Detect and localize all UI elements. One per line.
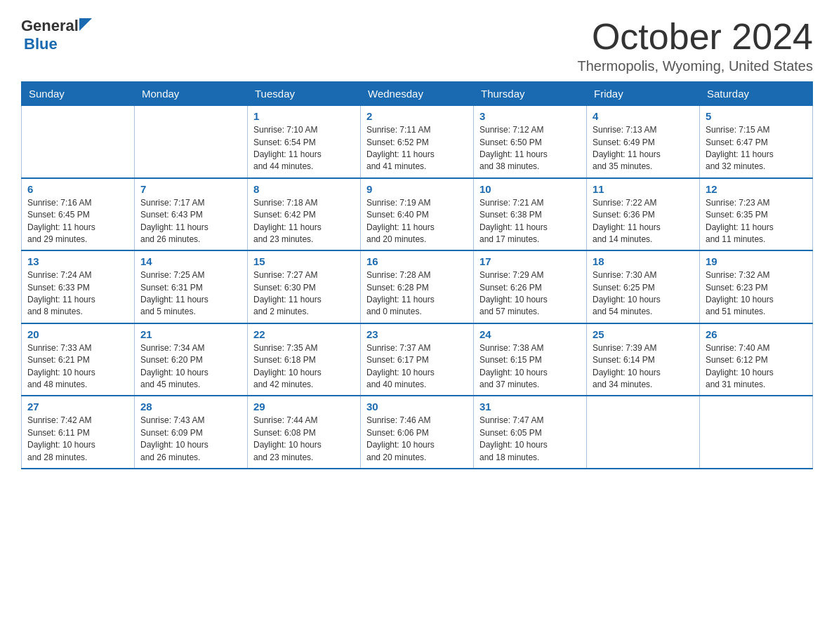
day-info-text: Sunrise: 7:39 AM Sunset: 6:14 PM Dayligh…: [593, 342, 694, 391]
day-info-text: Sunrise: 7:35 AM Sunset: 6:18 PM Dayligh…: [253, 342, 355, 391]
calendar-cell: 31Sunrise: 7:47 AM Sunset: 6:05 PM Dayli…: [474, 396, 587, 469]
calendar-table: SundayMondayTuesdayWednesdayThursdayFrid…: [21, 81, 813, 469]
day-info-text: Sunrise: 7:30 AM Sunset: 6:25 PM Dayligh…: [593, 269, 694, 318]
day-number: 23: [366, 328, 468, 340]
calendar-cell: 13Sunrise: 7:24 AM Sunset: 6:33 PM Dayli…: [22, 250, 135, 323]
day-info-text: Sunrise: 7:27 AM Sunset: 6:30 PM Dayligh…: [253, 269, 355, 318]
day-number: 15: [253, 255, 355, 267]
day-number: 9: [366, 183, 468, 195]
svg-marker-0: [79, 18, 92, 31]
calendar-cell: 26Sunrise: 7:40 AM Sunset: 6:12 PM Dayli…: [700, 323, 813, 396]
calendar-cell: 24Sunrise: 7:38 AM Sunset: 6:15 PM Dayli…: [474, 323, 587, 396]
day-number: 4: [593, 110, 694, 122]
day-header-sunday: Sunday: [22, 82, 135, 106]
day-number: 26: [706, 328, 807, 340]
calendar-cell: 29Sunrise: 7:44 AM Sunset: 6:08 PM Dayli…: [248, 396, 361, 469]
day-number: 14: [140, 255, 241, 267]
day-header-tuesday: Tuesday: [248, 82, 361, 106]
calendar-cell: 6Sunrise: 7:16 AM Sunset: 6:45 PM Daylig…: [22, 178, 135, 251]
day-info-text: Sunrise: 7:11 AM Sunset: 6:52 PM Dayligh…: [366, 124, 468, 173]
calendar-cell: [700, 396, 813, 469]
logo-blue-text: Blue: [24, 35, 58, 53]
calendar-cell: 18Sunrise: 7:30 AM Sunset: 6:25 PM Dayli…: [587, 250, 700, 323]
day-info-text: Sunrise: 7:37 AM Sunset: 6:17 PM Dayligh…: [366, 342, 468, 391]
calendar-cell: 16Sunrise: 7:28 AM Sunset: 6:28 PM Dayli…: [361, 250, 474, 323]
day-header-monday: Monday: [135, 82, 248, 106]
day-number: 10: [479, 183, 581, 195]
day-number: 13: [27, 255, 128, 267]
day-number: 16: [366, 255, 468, 267]
header: General Blue October 2024 Thermopolis, W…: [21, 17, 813, 74]
day-number: 28: [140, 401, 241, 412]
calendar-cell: 7Sunrise: 7:17 AM Sunset: 6:43 PM Daylig…: [135, 178, 248, 251]
calendar-cell: 11Sunrise: 7:22 AM Sunset: 6:36 PM Dayli…: [587, 178, 700, 251]
day-number: 22: [253, 328, 355, 340]
day-info-text: Sunrise: 7:28 AM Sunset: 6:28 PM Dayligh…: [366, 269, 468, 318]
day-info-text: Sunrise: 7:22 AM Sunset: 6:36 PM Dayligh…: [593, 197, 694, 246]
calendar-cell: 14Sunrise: 7:25 AM Sunset: 6:31 PM Dayli…: [135, 250, 248, 323]
week-row-4: 20Sunrise: 7:33 AM Sunset: 6:21 PM Dayli…: [22, 323, 813, 396]
month-year-title: October 2024: [577, 17, 813, 57]
day-number: 1: [253, 110, 355, 122]
day-number: 30: [366, 401, 468, 412]
day-number: 12: [706, 183, 807, 195]
day-info-text: Sunrise: 7:44 AM Sunset: 6:08 PM Dayligh…: [253, 415, 355, 464]
day-info-text: Sunrise: 7:46 AM Sunset: 6:06 PM Dayligh…: [366, 415, 468, 464]
day-header-friday: Friday: [587, 82, 700, 106]
logo-triangle-icon: [79, 18, 92, 31]
day-number: 3: [479, 110, 581, 122]
calendar-cell: [22, 106, 135, 178]
calendar-cell: 25Sunrise: 7:39 AM Sunset: 6:14 PM Dayli…: [587, 323, 700, 396]
day-number: 19: [706, 255, 807, 267]
day-info-text: Sunrise: 7:40 AM Sunset: 6:12 PM Dayligh…: [706, 342, 807, 391]
logo: General Blue: [21, 17, 92, 53]
calendar-cell: 15Sunrise: 7:27 AM Sunset: 6:30 PM Dayli…: [248, 250, 361, 323]
calendar-cell: 9Sunrise: 7:19 AM Sunset: 6:40 PM Daylig…: [361, 178, 474, 251]
day-info-text: Sunrise: 7:42 AM Sunset: 6:11 PM Dayligh…: [27, 415, 128, 464]
day-info-text: Sunrise: 7:47 AM Sunset: 6:05 PM Dayligh…: [479, 415, 581, 464]
calendar-cell: 12Sunrise: 7:23 AM Sunset: 6:35 PM Dayli…: [700, 178, 813, 251]
calendar-cell: 8Sunrise: 7:18 AM Sunset: 6:42 PM Daylig…: [248, 178, 361, 251]
calendar-cell: 23Sunrise: 7:37 AM Sunset: 6:17 PM Dayli…: [361, 323, 474, 396]
calendar-cell: 3Sunrise: 7:12 AM Sunset: 6:50 PM Daylig…: [474, 106, 587, 178]
day-info-text: Sunrise: 7:29 AM Sunset: 6:26 PM Dayligh…: [479, 269, 581, 318]
calendar-cell: 19Sunrise: 7:32 AM Sunset: 6:23 PM Dayli…: [700, 250, 813, 323]
day-info-text: Sunrise: 7:10 AM Sunset: 6:54 PM Dayligh…: [253, 124, 355, 173]
day-number: 11: [593, 183, 694, 195]
day-info-text: Sunrise: 7:16 AM Sunset: 6:45 PM Dayligh…: [27, 197, 128, 246]
calendar-cell: 10Sunrise: 7:21 AM Sunset: 6:38 PM Dayli…: [474, 178, 587, 251]
title-block: October 2024 Thermopolis, Wyoming, Unite…: [577, 17, 813, 74]
calendar-cell: [135, 106, 248, 178]
day-info-text: Sunrise: 7:13 AM Sunset: 6:49 PM Dayligh…: [593, 124, 694, 173]
day-number: 25: [593, 328, 694, 340]
day-info-text: Sunrise: 7:18 AM Sunset: 6:42 PM Dayligh…: [253, 197, 355, 246]
day-number: 27: [27, 401, 128, 412]
day-info-text: Sunrise: 7:19 AM Sunset: 6:40 PM Dayligh…: [366, 197, 468, 246]
day-number: 8: [253, 183, 355, 195]
day-info-text: Sunrise: 7:33 AM Sunset: 6:21 PM Dayligh…: [27, 342, 128, 391]
day-number: 29: [253, 401, 355, 412]
calendar-cell: 22Sunrise: 7:35 AM Sunset: 6:18 PM Dayli…: [248, 323, 361, 396]
day-header-thursday: Thursday: [474, 82, 587, 106]
week-row-3: 13Sunrise: 7:24 AM Sunset: 6:33 PM Dayli…: [22, 250, 813, 323]
calendar-cell: 30Sunrise: 7:46 AM Sunset: 6:06 PM Dayli…: [361, 396, 474, 469]
calendar-cell: 21Sunrise: 7:34 AM Sunset: 6:20 PM Dayli…: [135, 323, 248, 396]
calendar-cell: 1Sunrise: 7:10 AM Sunset: 6:54 PM Daylig…: [248, 106, 361, 178]
day-header-saturday: Saturday: [700, 82, 813, 106]
day-number: 17: [479, 255, 581, 267]
week-row-1: 1Sunrise: 7:10 AM Sunset: 6:54 PM Daylig…: [22, 106, 813, 178]
day-info-text: Sunrise: 7:32 AM Sunset: 6:23 PM Dayligh…: [706, 269, 807, 318]
week-row-2: 6Sunrise: 7:16 AM Sunset: 6:45 PM Daylig…: [22, 178, 813, 251]
calendar-cell: 5Sunrise: 7:15 AM Sunset: 6:47 PM Daylig…: [700, 106, 813, 178]
calendar-cell: 17Sunrise: 7:29 AM Sunset: 6:26 PM Dayli…: [474, 250, 587, 323]
day-number: 18: [593, 255, 694, 267]
day-info-text: Sunrise: 7:12 AM Sunset: 6:50 PM Dayligh…: [479, 124, 581, 173]
day-info-text: Sunrise: 7:38 AM Sunset: 6:15 PM Dayligh…: [479, 342, 581, 391]
logo-general-text: General: [21, 17, 79, 35]
day-info-text: Sunrise: 7:17 AM Sunset: 6:43 PM Dayligh…: [140, 197, 241, 246]
day-number: 7: [140, 183, 241, 195]
calendar-cell: 4Sunrise: 7:13 AM Sunset: 6:49 PM Daylig…: [587, 106, 700, 178]
week-row-5: 27Sunrise: 7:42 AM Sunset: 6:11 PM Dayli…: [22, 396, 813, 469]
day-info-text: Sunrise: 7:23 AM Sunset: 6:35 PM Dayligh…: [706, 197, 807, 246]
day-number: 21: [140, 328, 241, 340]
